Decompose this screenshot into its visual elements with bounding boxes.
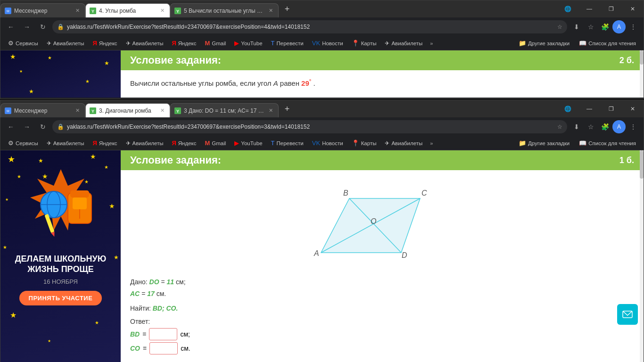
bookmark-other-bottom[interactable]: 📁 Другие закладки [515,138,573,149]
plane-icon3-bottom: ✈ [385,140,389,147]
tab-exercise5[interactable]: Y 5 Вычисли остальные углы ромб... ✕ [170,3,279,17]
scrollbar-thumb-bottom[interactable] [640,150,644,179]
scrollbar-bottom[interactable] [640,150,644,362]
task-period: . [313,79,315,87]
tab-exercise3[interactable]: Y 3. Диагонали ромба ✕ [85,103,170,117]
bookmark-karty-top[interactable]: 📍 Карты [348,38,380,49]
bookmark-services-bottom[interactable]: ⚙ Сервисы [4,138,42,149]
bookmark-youtube-top[interactable]: ▶ YouTube [231,38,266,49]
svg-rect-17 [70,190,89,197]
bookmark-avia2-bottom[interactable]: ✈ Авиабилеты [122,138,167,149]
toolbar-icons-bottom: ⬇ ☆ 🧩 A ⋮ [570,120,640,133]
bookmark-reading-bottom[interactable]: 📖 Список для чтения [575,138,640,149]
bookmark-more-bottom[interactable]: » [427,140,436,146]
tab-messenger-top[interactable]: M Мессенджер ✕ [0,3,85,17]
tab-close-exercise3[interactable]: ✕ [158,107,166,115]
ad-sidebar-top[interactable]: ★ ★ ★ ★ ★ ★ [0,50,121,98]
bookmark-star-bottom[interactable]: ☆ [557,123,562,130]
bookmark-aviabiblioteka2-top[interactable]: ✈ Авиабилеты [122,38,167,49]
bookmark-avia1-bottom[interactable]: ✈ Авиабилеты [43,138,88,149]
minimize-button-top[interactable]: — [578,0,600,17]
bookmark-more-top[interactable]: » [427,41,436,46]
bookmark-gmail-bottom[interactable]: M Gmail [201,138,230,149]
answer1-input[interactable] [149,328,177,340]
ad-sidebar-bottom[interactable]: ★ ★ ★ ★ ★ ★ ★ ★ ★ ★ ★ ★ [0,150,121,362]
bookmark-novosti-bottom[interactable]: VK Новости [308,138,347,149]
download-icon-bottom[interactable]: ⬇ [570,120,583,133]
back-button-top[interactable]: ← [4,20,17,33]
bookmark-yandex2-top[interactable]: Я Яндекс [168,38,200,49]
yandex-icon1-top: Я [93,40,97,47]
close-button-top[interactable]: ✕ [622,0,644,17]
chat-button[interactable] [617,304,638,325]
address-box-top[interactable]: 🔒 yaklass.ru/TestWorkRun/Exercise?testRe… [52,20,567,33]
ad-participate-button[interactable]: ПРИНЯТЬ УЧАСТИЕ [19,291,102,305]
bookmark-services-top[interactable]: ⚙ Сервисы [4,38,42,49]
menu-button-top[interactable]: ⋮ [627,20,640,33]
forward-button-bottom[interactable]: → [20,120,33,133]
reload-button-top[interactable]: ↻ [36,20,50,33]
address-bar-bottom: ← → ↻ 🔒 yaklass.ru/TestWorkRun/Exercise?… [0,117,644,136]
bookmark-avia3-bottom[interactable]: ✈ Авиабилеты [381,138,426,149]
tab-close-exercise4[interactable]: ✕ [158,7,166,15]
scrollbar-thumb-top[interactable] [640,50,644,65]
maximize-button-bottom[interactable]: ❐ [600,100,622,117]
tab-exercise3c[interactable]: Y 3 Дано: DO = 11 см; AC= 17 см. Н... ✕ [170,103,279,117]
tab-exercise4[interactable]: Y 4. Углы ромба ✕ [85,3,170,17]
bookmark-star-top[interactable]: ☆ [557,24,562,30]
news-icon-top: VK [312,40,320,47]
bookmark-yandex2-bottom[interactable]: Я Яндекс [168,138,200,149]
bookmark-icon-top[interactable]: ☆ [584,20,597,33]
answer-label: Ответ: [130,318,634,325]
menu-button-bottom[interactable]: ⋮ [627,120,640,133]
task-header-top: Условие задания: 2 б. [121,50,644,70]
new-tab-button-bottom[interactable]: + [281,102,294,115]
bookmark-yandex1-top[interactable]: Я Яндекс [89,38,121,49]
tab-close-messenger-top[interactable]: ✕ [74,7,81,15]
address-box-bottom[interactable]: 🔒 yaklass.ru/TestWorkRun/Exercise?testRe… [52,120,567,133]
maximize-button-top[interactable]: ❐ [600,0,622,17]
bookmark-gmail-top[interactable]: M Gmail [201,38,230,49]
cast-icon-top[interactable]: 🌐 [557,0,578,17]
bookmark-other-top[interactable]: 📁 Другие закладки [515,38,573,49]
tab-messenger-bottom[interactable]: M Мессенджер ✕ [0,103,85,117]
tab-close-exercise3c[interactable]: ✕ [267,107,274,115]
given2-equals: = [141,290,147,297]
bookmark-label-other-bottom: Другие закладки [528,140,570,146]
bookmark-karty-bottom[interactable]: 📍 Карты [348,138,380,149]
forward-button-top[interactable]: → [20,20,33,33]
bookmark-aviabiblioteka1-top[interactable]: ✈ Авиабилеты [43,38,88,49]
bookmark-icon-bottom[interactable]: ☆ [584,120,597,133]
plane-icon2-top: ✈ [126,40,131,47]
download-icon-top[interactable]: ⬇ [570,20,583,33]
bookmark-novosti-top[interactable]: VK Новости [308,38,347,49]
bookmark-reading-top[interactable]: 📖 Список для чтения [575,38,640,49]
bookmarks-bar-bottom: ⚙ Сервисы ✈ Авиабилеты Я Яндекс ✈ Авиаби… [0,136,644,150]
tab-close-exercise5[interactable]: ✕ [267,7,274,15]
close-button-bottom[interactable]: ✕ [622,100,644,117]
bookmark-label-karty-bottom: Карты [361,140,377,146]
given2-value: 17 [147,290,155,297]
bookmark-youtube-bottom[interactable]: ▶ YouTube [231,138,266,149]
yandex-icon2-top: Я [172,40,176,47]
profile-avatar-top[interactable]: A [612,20,626,33]
answer2-equals: = [143,345,147,352]
extensions-icon-bottom[interactable]: 🧩 [598,120,611,133]
scrollbar-top[interactable] [640,50,644,98]
bookmark-avia3-top[interactable]: ✈ Авиабилеты [381,38,426,49]
answer2-input[interactable] [149,342,178,354]
bookmark-perevesti-bottom[interactable]: T Перевести [267,138,307,149]
extensions-icon-top[interactable]: 🧩 [598,20,611,33]
minimize-button-bottom[interactable]: — [578,100,600,117]
reload-button-bottom[interactable]: ↻ [36,120,50,133]
cast-icon-bottom[interactable]: 🌐 [557,100,578,117]
bookmark-yandex1-bottom[interactable]: Я Яндекс [89,138,121,149]
profile-avatar-bottom[interactable]: A [612,120,626,133]
svg-text:★: ★ [42,173,48,180]
bookmark-perevesti-top[interactable]: T Перевести [267,38,307,49]
back-button-bottom[interactable]: ← [4,120,17,133]
bookmark-label-youtube-bottom: YouTube [241,140,262,146]
tab-close-messenger-bottom[interactable]: ✕ [74,107,81,115]
new-tab-button-top[interactable]: + [281,2,294,16]
rhombus-diagram: A B C D O [309,175,455,274]
